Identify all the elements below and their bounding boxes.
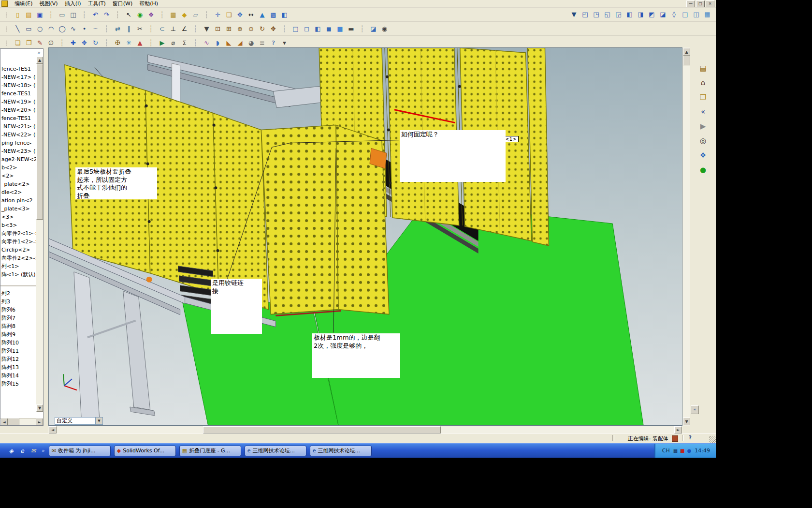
camera-icon[interactable]: ◉	[379, 24, 390, 34]
chevron-down-icon[interactable]: ▼	[95, 418, 102, 424]
tree-item[interactable]: 阵列10	[0, 339, 36, 347]
offset-icon[interactable]: ∥	[124, 24, 134, 34]
select-icon[interactable]: ↖	[124, 10, 134, 20]
tree-item[interactable]: Circlip<2>	[0, 246, 36, 254]
tree-vertical-scrollbar[interactable]: ▲ ▼	[36, 57, 43, 412]
ellipse-icon[interactable]: ◯	[57, 24, 67, 34]
annotation-fix-note[interactable]: 如何固定呢？	[400, 130, 506, 182]
tree-item[interactable]: -NEW<20> (L1	[0, 106, 36, 114]
drag-handle[interactable]: ⋮	[1, 10, 12, 20]
options-icon[interactable]: ≡	[257, 38, 267, 48]
rotate-component-icon[interactable]: ↻	[90, 38, 101, 48]
tree-item[interactable]: 向零件2<2>->	[0, 254, 36, 262]
home-view-icon[interactable]: ⌂	[697, 77, 710, 89]
four-view-icon[interactable]: ▦	[702, 9, 712, 19]
separator[interactable]: ┆	[146, 24, 156, 34]
section-icon[interactable]: ◪	[368, 24, 378, 34]
tree-item[interactable]: -NEW<22> (L2	[0, 131, 36, 139]
menu-item[interactable]: 编辑(E)	[11, 0, 36, 7]
redo-icon[interactable]: ↷	[102, 10, 112, 20]
ie-quick-icon[interactable]: e	[18, 447, 27, 455]
tree-item[interactable]: <2>	[0, 172, 36, 180]
menu-item[interactable]: 工具(T)	[84, 0, 109, 7]
curve-icon[interactable]: ∿	[202, 38, 212, 48]
two-view-icon[interactable]: ◫	[691, 9, 701, 19]
move-component-icon[interactable]: ✥	[79, 38, 89, 48]
perpendicular-icon[interactable]: ⊥	[168, 24, 178, 34]
resize-grip[interactable]	[709, 436, 716, 443]
single-view-icon[interactable]: □	[680, 9, 690, 19]
mass-properties-icon[interactable]: Σ	[179, 38, 189, 48]
collapse-strip-icon[interactable]: «	[691, 405, 699, 414]
front-view-icon[interactable]: ◰	[580, 9, 590, 19]
tree-item[interactable]: ping fence-	[0, 139, 36, 147]
menu-item[interactable]: 插入(I)	[61, 0, 85, 7]
tree-item[interactable]: fence-TES1	[0, 114, 36, 122]
tree-item[interactable]: 阵列7	[0, 314, 36, 322]
yellow-panel-front-1[interactable]	[261, 125, 341, 316]
minimize-button[interactable]: —	[686, 0, 695, 7]
back-view-icon[interactable]: ◳	[591, 9, 601, 19]
viewport-horizontal-scrollbar[interactable]: ◄ ►	[48, 426, 682, 433]
convert-entities-icon[interactable]: ⊂	[157, 24, 167, 34]
part-icon[interactable]: ◆	[179, 10, 189, 20]
shadow-icon[interactable]: ▬	[346, 24, 356, 34]
task-forum-2[interactable]: e 三维网技术论坛...	[310, 446, 372, 456]
config-combo[interactable]: 自定义 ▼	[55, 417, 103, 425]
task-solidworks[interactable]: ◆ SolidWorks Of...	[114, 446, 176, 456]
viewport-vertical-scrollbar[interactable]: ▲ ▼	[682, 47, 690, 426]
dropdown-icon[interactable]: ▾	[279, 38, 290, 48]
tree-item[interactable]: 阵列11	[0, 347, 36, 355]
scroll-right-icon[interactable]: ►	[36, 418, 43, 425]
drag-handle[interactable]: ⋮	[1, 38, 12, 48]
expand-panel-icon[interactable]: »	[36, 49, 42, 56]
tree-item[interactable]: 阵列14	[0, 372, 36, 380]
menu-item[interactable]: 窗口(W)	[109, 0, 136, 7]
antivirus-icon[interactable]: ■	[680, 448, 684, 453]
left-view-icon[interactable]: ◱	[602, 9, 612, 19]
undo-icon[interactable]: ↶	[90, 10, 101, 20]
separator[interactable]: ┆	[102, 38, 112, 48]
network-icon[interactable]: ●	[687, 448, 692, 453]
simulation-icon[interactable]: ▶	[157, 38, 167, 48]
shaded-with-edges-icon[interactable]: ◼	[324, 24, 334, 34]
rotate-view-icon[interactable]: ↻	[257, 24, 267, 34]
drag-handle[interactable]: ⋮	[1, 24, 12, 34]
graphics-viewport[interactable]: 最后5块板材要折叠 起来，所以固定方 式不能干涉他们的 折叠 如何固定呢？ 是用…	[48, 47, 682, 426]
hide-component-icon[interactable]: ❐	[24, 38, 34, 48]
interference-icon[interactable]: ▲	[135, 38, 145, 48]
zoom-area-icon[interactable]: ⊞	[224, 24, 234, 34]
forward-icon[interactable]: ▶	[697, 120, 710, 132]
separator[interactable]: ┆	[46, 10, 56, 20]
feature-icon[interactable]: ▲	[257, 10, 267, 20]
separator[interactable]: ┆	[202, 10, 212, 20]
separator[interactable]: ┆	[113, 10, 123, 20]
spline-icon[interactable]: ∿	[68, 24, 78, 34]
tree-item[interactable]: 阵列6	[0, 306, 36, 314]
smart-fasteners-icon[interactable]: ✠	[113, 38, 123, 48]
panel-splitter[interactable]	[44, 47, 48, 433]
separator[interactable]: ┆	[102, 24, 112, 34]
open-icon[interactable]: ▤	[24, 10, 34, 20]
separator[interactable]: ┆	[190, 24, 201, 34]
drawing-icon[interactable]: ▱	[190, 10, 201, 20]
tree-item[interactable]: _plate<2>	[0, 180, 36, 188]
exploded-view-icon[interactable]: ✳	[124, 38, 134, 48]
measure-icon[interactable]: ⌀	[168, 38, 178, 48]
mirror-icon[interactable]: ⇄	[113, 24, 123, 34]
help-icon[interactable]: ?	[687, 435, 694, 441]
scroll-thumb[interactable]	[683, 56, 690, 65]
trim-icon[interactable]: ✂	[135, 24, 145, 34]
tree-item[interactable]: dle<2>	[0, 188, 36, 196]
smart-dimension-icon[interactable]: ↔	[246, 10, 256, 20]
search-icon[interactable]: ◎	[697, 135, 710, 147]
tree-item[interactable]: 阵列8	[0, 322, 36, 330]
tree-item[interactable]: fence-TES1	[0, 65, 36, 73]
section-view-icon[interactable]: ◧	[279, 10, 290, 20]
circle-icon[interactable]: ○	[35, 24, 45, 34]
filter-icon[interactable]: ▼	[202, 24, 212, 34]
tree-item[interactable]: 列2	[0, 289, 36, 298]
zoom-selection-icon[interactable]: ⊙	[246, 24, 256, 34]
move-component-icon[interactable]: ✥	[235, 10, 245, 20]
scroll-up-icon[interactable]: ▲	[683, 48, 690, 56]
